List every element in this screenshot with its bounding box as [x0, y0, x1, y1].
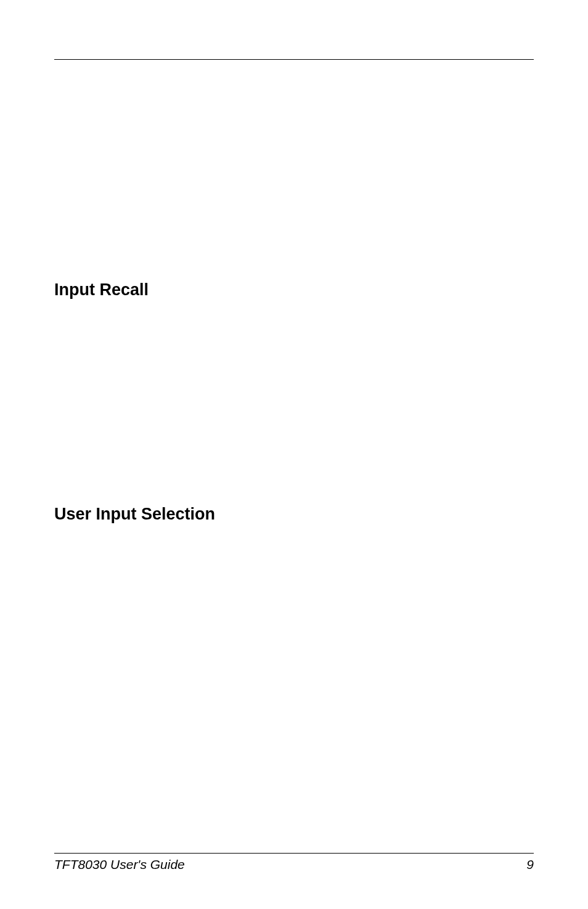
section-heading-input-recall: Input Recall [54, 280, 149, 300]
page-footer: TFT8030 User's Guide 9 [54, 853, 534, 872]
footer-divider [54, 853, 534, 854]
document-page: Input Recall User Input Selection TFT803… [0, 0, 588, 909]
page-content: Input Recall User Input Selection [54, 60, 534, 818]
footer-guide-title: TFT8030 User's Guide [54, 857, 185, 872]
section-heading-user-input-selection: User Input Selection [54, 505, 215, 524]
footer-row: TFT8030 User's Guide 9 [54, 857, 534, 872]
footer-page-number: 9 [526, 857, 534, 872]
